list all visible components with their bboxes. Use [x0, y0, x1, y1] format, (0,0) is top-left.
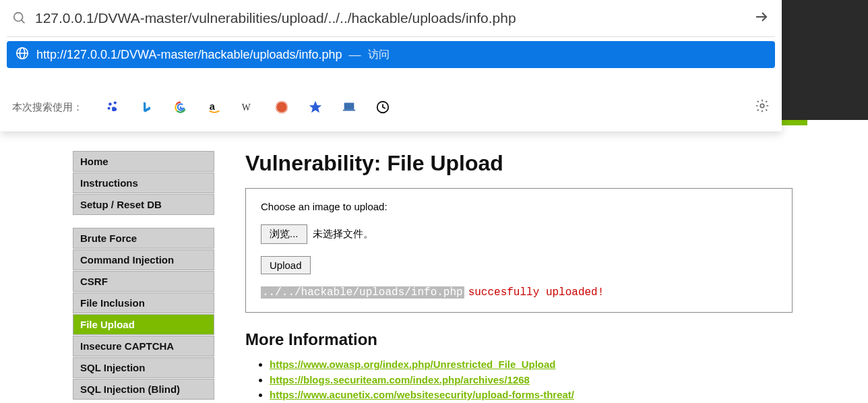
svg-text:W: W	[242, 102, 251, 113]
wikipedia-icon[interactable]: W	[241, 100, 255, 115]
file-chosen-status: 未选择文件。	[313, 228, 373, 241]
go-arrow-icon[interactable]	[753, 9, 770, 28]
svg-point-7	[114, 101, 117, 104]
browse-button[interactable]: 浏览...	[261, 224, 307, 244]
address-bar	[7, 4, 775, 32]
search-icon	[12, 11, 27, 26]
result-message: succesfully uploaded!	[468, 286, 604, 299]
sidebar-item-insecure-captcha[interactable]: Insecure CAPTCHA	[73, 336, 214, 356]
google-icon[interactable]	[173, 100, 188, 115]
baidu-icon[interactable]	[106, 100, 121, 115]
star-icon[interactable]	[308, 100, 323, 115]
info-link[interactable]: https://www.acunetix.com/websitesecurity…	[270, 389, 574, 400]
url-input[interactable]	[35, 10, 748, 26]
page-title: Vulnerability: File Upload	[245, 151, 793, 176]
clock-icon[interactable]	[375, 100, 390, 115]
omnibox-dropdown: http://127.0.0.1/DVWA-master/hackable/up…	[0, 0, 782, 131]
more-info-links: https://www.owasp.org/index.php/Unrestri…	[245, 357, 793, 403]
more-info-heading: More Information	[245, 330, 793, 349]
divider	[7, 36, 775, 37]
search-engines-row: 本次搜索使用： a W	[7, 87, 775, 127]
sidebar-item-instructions[interactable]: Instructions	[73, 173, 214, 193]
sidebar-item-sql-injection[interactable]: SQL Injection	[73, 357, 214, 378]
main-content: Vulnerability: File Upload Choose an ima…	[214, 151, 807, 403]
url-suggestion[interactable]: http://127.0.0.1/DVWA-master/hackable/up…	[7, 41, 775, 68]
sidebar-item-setup-reset-db[interactable]: Setup / Reset DB	[73, 194, 214, 215]
svg-point-16	[760, 104, 764, 108]
upload-prompt: Choose an image to upload:	[261, 201, 777, 212]
page-body: HomeInstructionsSetup / Reset DB Brute F…	[61, 120, 807, 403]
svg-rect-14	[343, 110, 355, 111]
svg-point-8	[108, 107, 111, 110]
sidebar-item-brute-force[interactable]: Brute Force	[73, 228, 214, 249]
gear-icon[interactable]	[755, 98, 770, 116]
duckduckgo-icon[interactable]	[274, 100, 289, 115]
suggestion-action: 访问	[368, 48, 390, 62]
svg-line-1	[22, 20, 25, 24]
device-icon[interactable]	[342, 100, 356, 115]
upload-form: Choose an image to upload: 浏览... 未选择文件。 …	[245, 188, 793, 313]
amazon-icon[interactable]: a	[207, 100, 222, 115]
globe-icon	[15, 46, 30, 64]
svg-rect-13	[344, 103, 354, 110]
sidebar-item-home[interactable]: Home	[73, 151, 214, 172]
sidebar-item-command-injection[interactable]: Command Injection	[73, 249, 214, 270]
upload-button[interactable]: Upload	[261, 256, 311, 274]
upload-result: ../../hackable/uploads/info.phpsuccesful…	[261, 286, 777, 299]
svg-point-0	[14, 13, 23, 22]
bing-icon[interactable]	[140, 100, 154, 115]
info-link[interactable]: https://blogs.securiteam.com/index.php/a…	[270, 374, 530, 385]
sidebar: HomeInstructionsSetup / Reset DB Brute F…	[73, 151, 214, 403]
svg-point-11	[276, 101, 288, 113]
svg-point-6	[108, 102, 112, 106]
svg-text:a: a	[210, 101, 216, 112]
result-path: ../../hackable/uploads/info.php	[261, 286, 464, 299]
info-link[interactable]: https://www.owasp.org/index.php/Unrestri…	[270, 359, 556, 370]
sidebar-item-csrf[interactable]: CSRF	[73, 271, 214, 292]
suggestion-url: http://127.0.0.1/DVWA-master/hackable/up…	[36, 48, 342, 62]
sidebar-item-sql-injection-blind-[interactable]: SQL Injection (Blind)	[73, 379, 214, 400]
sidebar-item-file-inclusion[interactable]: File Inclusion	[73, 292, 214, 313]
engines-label: 本次搜索使用：	[12, 101, 83, 114]
sidebar-item-file-upload[interactable]: File Upload	[73, 314, 214, 335]
